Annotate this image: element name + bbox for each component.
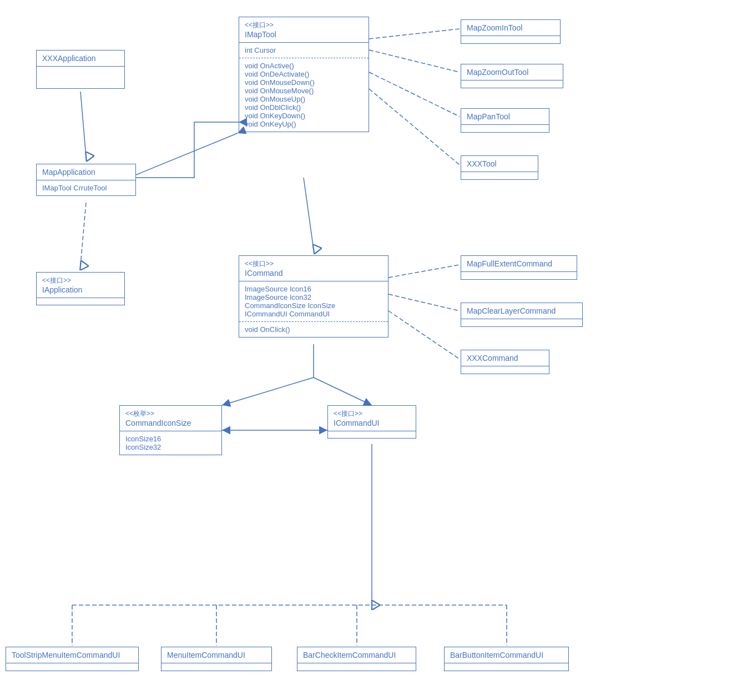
i-command-name: ICommand: [245, 269, 382, 278]
i-map-tool-box: <<接口>> IMapTool int Cursor void OnActive…: [239, 17, 369, 132]
i-command-method-1: void OnClick(): [245, 325, 382, 334]
i-map-tool-method-8: void OnKeyUp(): [245, 120, 363, 128]
command-icon-size-field-1: IconSize16: [125, 435, 216, 443]
i-map-tool-name: IMapTool: [245, 30, 363, 39]
map-zoom-out-tool-name: MapZoomOutTool: [467, 68, 557, 77]
arrow-i-map-tool-to-i-command: [304, 178, 314, 249]
map-clear-layer-command-box: MapClearLayerCommand: [461, 303, 583, 327]
i-map-tool-field: int Cursor: [245, 46, 276, 54]
arrow-to-map-zoom-out: [369, 50, 460, 72]
i-map-tool-method-5: void OnMouseUp(): [245, 95, 363, 103]
command-icon-size-field-2: IconSize32: [125, 443, 216, 451]
tool-strip-menu-item-command-ui-name: ToolStripMenuItemCommandUI: [12, 651, 133, 659]
arrow-to-map-pan: [369, 72, 460, 117]
i-command-field-2: ImageSource Icon32: [245, 293, 382, 301]
arrow-to-xxx-tool: [369, 89, 460, 165]
i-map-tool-method-3: void OnMouseDown(): [245, 78, 363, 87]
i-map-tool-stereotype: <<接口>>: [245, 21, 363, 30]
command-icon-size-box: <<枚举>> CommandIconSize IconSize16 IconSi…: [119, 405, 222, 455]
arrow-xxx-app-to-map-app: [80, 92, 86, 157]
xxx-command-name: XXXCommand: [467, 354, 543, 362]
map-zoom-in-tool-name: MapZoomInTool: [467, 23, 554, 32]
xxx-application-name: XXXApplication: [42, 54, 119, 63]
i-command-field-3: CommandIconSize IconSize: [245, 301, 382, 310]
i-map-tool-method-7: void OnKeyDown(): [245, 112, 363, 120]
map-full-extent-command-box: MapFullExtentCommand: [461, 255, 577, 280]
i-map-tool-method-6: void OnDblClick(): [245, 103, 363, 112]
i-command-field-4: ICommandUI CommandUI: [245, 310, 382, 318]
arrow-map-app-to-i-application: [80, 203, 86, 265]
bar-button-item-command-ui-name: BarButtonItemCommandUI: [450, 651, 563, 659]
map-full-extent-command-name: MapFullExtentCommand: [467, 259, 571, 268]
menu-item-command-ui-box: MenuItemCommandUI: [161, 647, 272, 671]
xxx-command-box: XXXCommand: [461, 350, 549, 374]
menu-item-command-ui-name: MenuItemCommandUI: [167, 651, 266, 659]
diagram-arrows: [0, 0, 752, 700]
map-application-field: IMapTool CrruteTool: [42, 184, 107, 192]
xxx-tool-name: XXXTool: [467, 159, 532, 168]
arrow-to-i-command-ui-left: [314, 377, 372, 405]
i-application-box: <<接口>> IApplication: [36, 272, 125, 305]
map-pan-tool-box: MapPanTool: [461, 108, 549, 133]
i-command-stereotype: <<接口>>: [245, 259, 382, 269]
map-zoom-out-tool-box: MapZoomOutTool: [461, 64, 563, 88]
arrow2-map-app-to-i-map-tool: [136, 133, 238, 175]
command-icon-size-name: CommandIconSize: [125, 419, 216, 427]
xxx-tool-box: XXXTool: [461, 155, 538, 180]
i-command-ui-stereotype: <<接口>>: [334, 409, 410, 419]
xxx-application-box: XXXApplication: [36, 50, 125, 89]
bar-button-item-command-ui-box: BarButtonItemCommandUI: [444, 647, 569, 671]
arrow-to-map-full-extent: [388, 265, 460, 278]
command-icon-size-stereotype: <<枚举>>: [125, 409, 216, 419]
arrow-to-map-clear-layer: [388, 294, 460, 311]
i-command-field-1: ImageSource Icon16: [245, 285, 382, 293]
map-pan-tool-name: MapPanTool: [467, 112, 543, 121]
map-clear-layer-command-name: MapClearLayerCommand: [467, 306, 577, 315]
arrow-to-xxx-command: [388, 311, 460, 359]
tool-strip-menu-item-command-ui-box: ToolStripMenuItemCommandUI: [6, 647, 139, 671]
map-application-name: MapApplication: [42, 168, 130, 177]
i-application-name: IApplication: [42, 285, 119, 294]
bar-check-item-command-ui-box: BarCheckItemCommandUI: [297, 647, 416, 671]
arrow-map-app-to-i-map-tool: [136, 122, 239, 178]
bar-check-item-command-ui-name: BarCheckItemCommandUI: [303, 651, 410, 659]
arrow-to-map-zoom-in: [369, 29, 460, 39]
i-application-stereotype: <<接口>>: [42, 276, 119, 285]
i-command-ui-box: <<接口>> ICommandUI: [327, 405, 416, 439]
map-zoom-in-tool-box: MapZoomInTool: [461, 19, 561, 44]
map-application-box: MapApplication IMapTool CrruteTool: [36, 164, 136, 196]
i-map-tool-method-2: void OnDeActivate(): [245, 70, 363, 78]
i-command-ui-name: ICommandUI: [334, 419, 410, 427]
i-map-tool-method-4: void OnMouseMove(): [245, 87, 363, 95]
i-map-tool-method-1: void OnActive(): [245, 62, 363, 70]
arrow-to-command-icon-size-left: [222, 377, 314, 405]
i-command-box: <<接口>> ICommand ImageSource Icon16 Image…: [239, 255, 388, 338]
